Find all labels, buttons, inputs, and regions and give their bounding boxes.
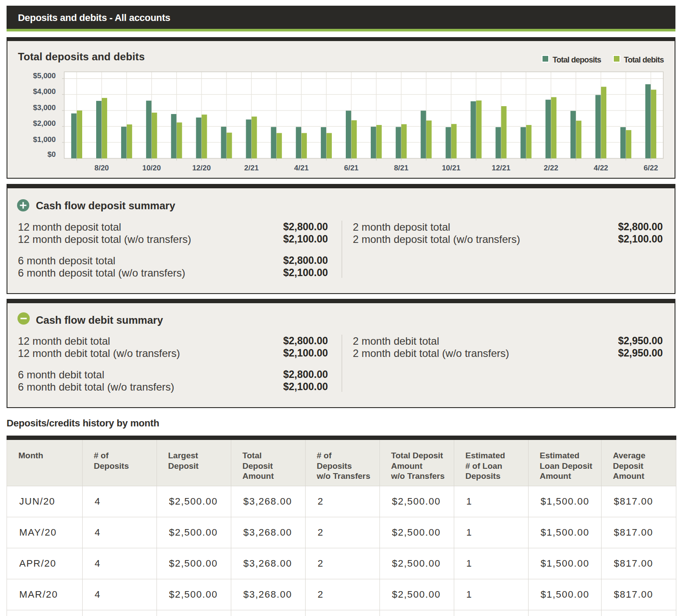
svg-text:$0: $0 [48,150,56,159]
svg-text:6/21: 6/21 [344,164,358,172]
svg-text:6/22: 6/22 [644,164,658,172]
svg-text:$3,000: $3,000 [33,104,56,112]
svg-text:2/22: 2/22 [544,164,558,172]
svg-text:$1,000: $1,000 [33,135,56,144]
svg-text:$5,000: $5,000 [33,72,56,80]
svg-text:$2,000: $2,000 [33,119,56,128]
svg-text:2/21: 2/21 [244,164,259,172]
svg-text:12/21: 12/21 [492,164,511,172]
svg-text:8/20: 8/20 [94,164,109,172]
svg-text:12/20: 12/20 [192,164,211,172]
svg-text:10/21: 10/21 [442,164,461,172]
svg-text:8/21: 8/21 [394,164,408,172]
svg-text:4/21: 4/21 [294,164,309,172]
svg-text:$4,000: $4,000 [33,87,56,96]
svg-text:10/20: 10/20 [142,164,161,172]
svg-text:4/22: 4/22 [594,164,608,172]
